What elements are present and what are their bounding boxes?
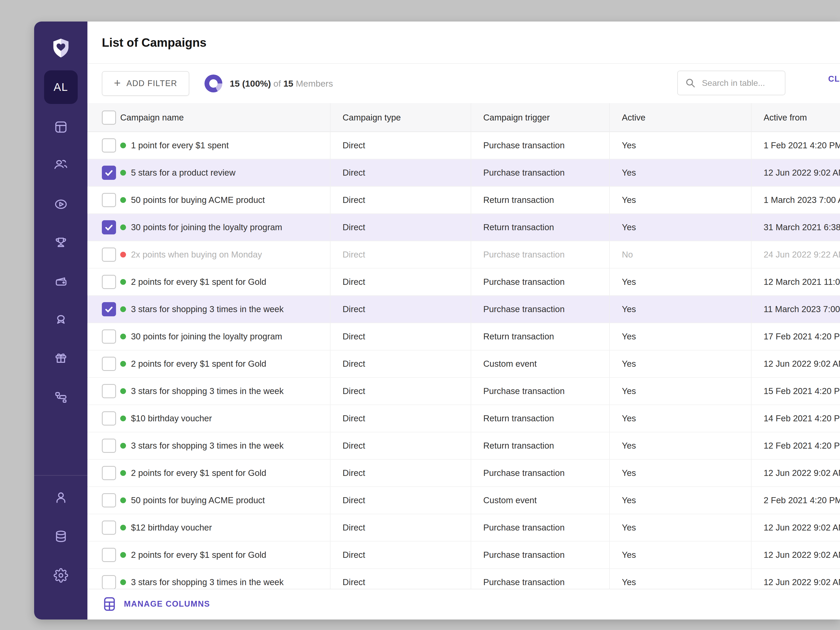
workspace-avatar[interactable]: AL	[44, 70, 78, 104]
members-summary: 15 (100%) of 15 Members	[230, 79, 333, 89]
search-input[interactable]	[701, 78, 778, 88]
cell-active: Yes	[609, 514, 751, 541]
campaign-name-text: 5 stars for a product review	[131, 168, 235, 178]
campaign-name-text: 2 points for every $1 spent for Gold	[131, 468, 266, 478]
select-all-checkbox[interactable]	[102, 111, 116, 125]
row-checkbox[interactable]	[102, 493, 116, 507]
cell-campaign-name: 30 points for joining the loyalty progra…	[87, 323, 330, 350]
manage-columns-button[interactable]: MANAGE COLUMNS	[102, 597, 210, 612]
table-row[interactable]: 5 stars for a product review Direct Purc…	[87, 159, 840, 186]
row-checkbox[interactable]	[102, 439, 116, 453]
cell-campaign-type: Direct	[330, 214, 471, 241]
cell-active-from: 2 Feb 2021 4:20 PM	[751, 487, 840, 514]
table-row[interactable]: 2 points for every $1 spent for Gold Dir…	[87, 542, 840, 569]
cell-active: Yes	[609, 569, 751, 589]
cell-campaign-name: 50 points for buying ACME product	[87, 487, 330, 514]
members-selected: 15 (100%)	[230, 79, 271, 88]
table-row[interactable]: 3 stars for shopping 3 times in the week…	[87, 378, 840, 405]
table-row[interactable]: $12 birthday voucher Direct Purchase tra…	[87, 514, 840, 542]
cell-active: Yes	[609, 186, 751, 213]
cell-active-from: 12 March 2021 11:00 AM	[751, 268, 840, 295]
cell-campaign-trigger: Return transaction	[471, 214, 609, 241]
table-row[interactable]: 2 points for every $1 spent for Gold Dir…	[87, 459, 840, 487]
plus-icon: +	[114, 77, 121, 89]
status-dot	[120, 470, 126, 476]
row-checkbox[interactable]	[102, 548, 116, 562]
cell-campaign-name: 50 points for buying ACME product	[87, 186, 330, 213]
cell-campaign-trigger: Custom event	[471, 351, 609, 377]
sidebar-play-circle-button[interactable]	[34, 197, 87, 212]
row-checkbox[interactable]	[102, 166, 116, 180]
sidebar-user-button[interactable]	[34, 491, 87, 505]
cell-active-from: 12 Jun 2022 9:02 AM	[751, 542, 840, 568]
campaign-name-text: 2 points for every $1 spent for Gold	[131, 277, 266, 287]
cell-active-from: 24 Jun 2022 9:22 AM	[751, 241, 840, 268]
cell-active: Yes	[609, 378, 751, 404]
table-row[interactable]: 3 stars for shopping 3 times in the week…	[87, 296, 840, 323]
row-checkbox[interactable]	[102, 193, 116, 207]
cell-campaign-name: 2 points for every $1 spent for Gold	[87, 459, 330, 486]
table-row[interactable]: 3 stars for shopping 3 times in the week…	[87, 569, 840, 589]
row-checkbox[interactable]	[102, 330, 116, 344]
cell-campaign-trigger: Purchase transaction	[471, 542, 609, 568]
cell-campaign-name: 2 points for every $1 spent for Gold	[87, 351, 330, 377]
row-checkbox[interactable]	[102, 384, 116, 398]
status-dot	[120, 279, 126, 285]
campaign-name-text: 2x points when buying on Monday	[131, 249, 262, 260]
row-checkbox[interactable]	[102, 411, 116, 426]
add-filter-button[interactable]: + ADD FILTER	[102, 71, 189, 96]
cell-active: Yes	[609, 487, 751, 514]
sidebar-medal-button[interactable]	[34, 313, 87, 327]
sidebar-database-button[interactable]	[34, 529, 87, 544]
workflow-icon	[54, 390, 68, 404]
table-row[interactable]: 50 points for buying ACME product Direct…	[87, 487, 840, 514]
close-button[interactable]: CLOSE	[828, 74, 840, 84]
table-row[interactable]: $10 birthday voucher Direct Return trans…	[87, 405, 840, 432]
table-row[interactable]: 2x points when buying on Monday Direct P…	[87, 241, 840, 268]
row-checkbox[interactable]	[102, 220, 116, 234]
row-checkbox[interactable]	[102, 575, 116, 589]
row-checkbox[interactable]	[102, 275, 116, 289]
table-row[interactable]: 30 points for joining the loyalty progra…	[87, 323, 840, 351]
cell-campaign-name: 30 points for joining the loyalty progra…	[87, 214, 330, 241]
cell-campaign-type: Direct	[330, 432, 471, 459]
page-title: List of Campaigns	[102, 35, 207, 50]
cell-active: Yes	[609, 296, 751, 323]
cell-campaign-trigger: Purchase transaction	[471, 378, 609, 404]
add-filter-label: ADD FILTER	[126, 79, 177, 88]
cell-active-from: 17 Feb 2021 4:20 PM	[751, 323, 840, 350]
members-noun: Members	[296, 79, 333, 88]
sidebar-wallet-button[interactable]	[34, 274, 87, 289]
cell-active: No	[609, 241, 751, 268]
sidebar-trophy-button[interactable]	[34, 235, 87, 250]
cell-campaign-type: Direct	[330, 569, 471, 589]
status-dot	[120, 252, 126, 257]
table-row[interactable]: 50 points for buying ACME product Direct…	[87, 186, 840, 214]
row-checkbox[interactable]	[102, 466, 116, 480]
cell-active: Yes	[609, 459, 751, 486]
table-row[interactable]: 2 points for every $1 spent for Gold Dir…	[87, 351, 840, 378]
row-checkbox[interactable]	[102, 357, 116, 371]
cell-campaign-name: 3 stars for shopping 3 times in the week	[87, 569, 330, 589]
sidebar-gift-button[interactable]	[34, 351, 87, 366]
sidebar-dashboard-button[interactable]	[34, 120, 87, 134]
cell-campaign-type: Direct	[330, 405, 471, 432]
row-checkbox[interactable]	[102, 138, 116, 153]
sidebar-workflow-button[interactable]	[34, 390, 87, 404]
status-dot	[120, 334, 126, 339]
row-checkbox[interactable]	[102, 521, 116, 535]
row-checkbox[interactable]	[102, 248, 116, 262]
table-row[interactable]: 3 stars for shopping 3 times in the week…	[87, 432, 840, 459]
sidebar-settings-button[interactable]	[34, 568, 87, 583]
app-window: AL List of Campaigns + ADD FILTER 15 (10…	[34, 22, 840, 619]
table-row[interactable]: 1 point for every $1 spent Direct Purcha…	[87, 132, 840, 159]
cell-campaign-type: Direct	[330, 487, 471, 514]
campaign-name-text: $10 birthday voucher	[131, 414, 212, 423]
cell-campaign-name: 3 stars for shopping 3 times in the week	[87, 432, 330, 459]
table-row[interactable]: 30 points for joining the loyalty progra…	[87, 214, 840, 241]
sidebar-members-button[interactable]	[34, 158, 87, 173]
cell-campaign-trigger: Return transaction	[471, 432, 609, 459]
cell-campaign-type: Direct	[330, 514, 471, 541]
row-checkbox[interactable]	[102, 302, 116, 316]
table-row[interactable]: 2 points for every $1 spent for Gold Dir…	[87, 268, 840, 296]
